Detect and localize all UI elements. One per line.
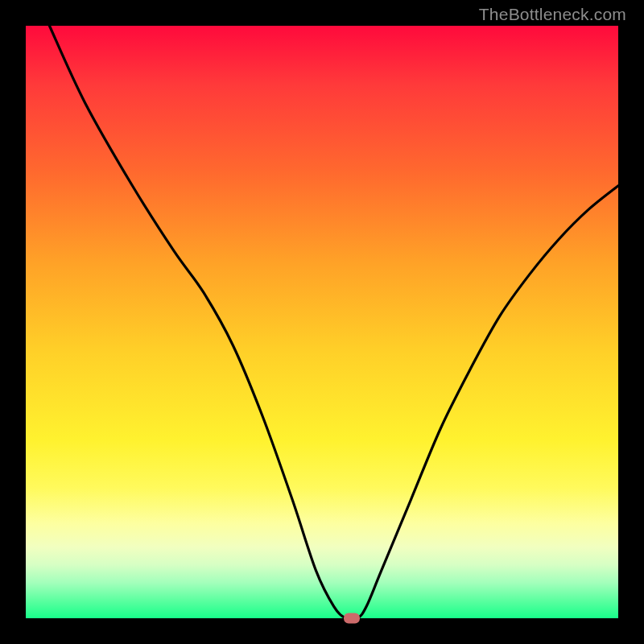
min-marker — [344, 613, 360, 624]
curve-svg — [26, 26, 618, 618]
bottleneck-curve — [49, 26, 618, 620]
watermark-text: TheBottleneck.com — [479, 5, 626, 24]
chart-frame: TheBottleneck.com — [0, 0, 644, 644]
plot-area — [26, 26, 618, 618]
